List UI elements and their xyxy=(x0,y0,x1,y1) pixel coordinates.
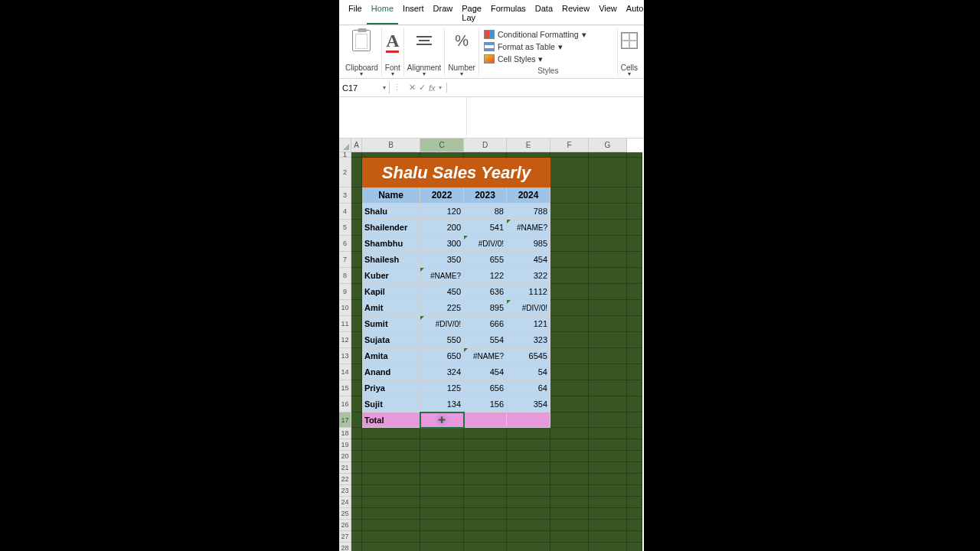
menu-home[interactable]: Home xyxy=(367,2,398,24)
cell[interactable] xyxy=(627,252,642,268)
cell[interactable] xyxy=(589,300,627,316)
row-header-16[interactable]: 16 xyxy=(339,396,351,412)
cell[interactable] xyxy=(627,428,642,439)
cell[interactable] xyxy=(362,497,420,508)
cell[interactable] xyxy=(550,497,589,508)
cell[interactable]: 550 xyxy=(420,332,464,348)
cell[interactable]: Shailesh xyxy=(362,252,420,268)
row-header-15[interactable]: 15 xyxy=(339,380,351,396)
row-header-18[interactable]: 18 xyxy=(339,428,351,439)
cell[interactable] xyxy=(550,462,589,474)
cell[interactable] xyxy=(627,348,642,364)
cell[interactable] xyxy=(362,439,420,451)
cell[interactable] xyxy=(351,364,362,380)
cell[interactable] xyxy=(627,462,642,474)
cell[interactable] xyxy=(464,152,507,158)
cell[interactable] xyxy=(550,268,589,284)
menu-insert[interactable]: Insert xyxy=(398,2,429,24)
menu-file[interactable]: File xyxy=(344,2,367,24)
cell[interactable]: Kapil xyxy=(362,284,420,300)
cell[interactable]: Total xyxy=(362,412,420,428)
cell[interactable] xyxy=(550,428,589,439)
cell[interactable] xyxy=(627,204,642,220)
cell[interactable] xyxy=(627,364,642,380)
cell[interactable] xyxy=(507,508,550,520)
col-header-A[interactable]: A xyxy=(351,139,362,152)
cell[interactable]: Amita xyxy=(362,348,420,364)
cell[interactable]: 300 xyxy=(420,236,464,252)
chevron-down-icon[interactable]: ▾ xyxy=(439,84,442,91)
cell[interactable] xyxy=(420,497,464,508)
cell[interactable] xyxy=(507,451,550,462)
cell[interactable] xyxy=(420,485,464,497)
cell[interactable]: Shailender xyxy=(362,220,420,236)
col-header-C[interactable]: C xyxy=(420,139,464,152)
cell[interactable] xyxy=(351,158,362,187)
cell[interactable] xyxy=(507,462,550,474)
cell[interactable]: 650 xyxy=(420,348,464,364)
cell[interactable] xyxy=(589,332,627,348)
title-cell[interactable]: Shalu Sales Yearly xyxy=(362,158,550,187)
cell[interactable] xyxy=(627,396,642,412)
cell[interactable] xyxy=(589,204,627,220)
cell[interactable]: Sumit xyxy=(362,316,420,332)
cell[interactable] xyxy=(589,396,627,412)
row-header-3[interactable]: 3 xyxy=(339,187,351,204)
cell[interactable]: 156 xyxy=(464,396,507,412)
cell[interactable] xyxy=(550,380,589,396)
cell[interactable]: 125 xyxy=(420,380,464,396)
row-header-13[interactable]: 13 xyxy=(339,348,351,364)
cell[interactable] xyxy=(351,520,362,531)
cell[interactable] xyxy=(550,300,589,316)
cell[interactable]: 895 xyxy=(464,300,507,316)
cell[interactable] xyxy=(589,364,627,380)
formula-input[interactable] xyxy=(467,97,644,138)
cell[interactable] xyxy=(351,268,362,284)
cell[interactable] xyxy=(627,497,642,508)
cell[interactable]: Anand xyxy=(362,364,420,380)
row-header-5[interactable]: 5 xyxy=(339,220,351,236)
conditional-formatting-button[interactable]: Conditional Formatting ▾ xyxy=(484,28,612,41)
cell[interactable] xyxy=(627,284,642,300)
cell[interactable] xyxy=(627,220,642,236)
cell[interactable]: 454 xyxy=(507,252,550,268)
cell[interactable]: 121 xyxy=(507,316,550,332)
cell[interactable] xyxy=(351,332,362,348)
cell[interactable] xyxy=(627,316,642,332)
cell[interactable] xyxy=(420,428,464,439)
cell[interactable] xyxy=(589,252,627,268)
cell[interactable] xyxy=(550,439,589,451)
expand-icon[interactable]: ⋮ xyxy=(390,83,404,93)
cell[interactable]: 323 xyxy=(507,332,550,348)
cell[interactable] xyxy=(589,428,627,439)
cell[interactable] xyxy=(589,236,627,252)
cell[interactable] xyxy=(351,316,362,332)
cell[interactable] xyxy=(507,152,550,158)
cell[interactable] xyxy=(464,520,507,531)
cell[interactable] xyxy=(362,462,420,474)
cell[interactable] xyxy=(507,485,550,497)
cell[interactable] xyxy=(464,508,507,520)
cell[interactable] xyxy=(550,284,589,300)
cell[interactable] xyxy=(589,531,627,543)
menu-draw[interactable]: Draw xyxy=(429,2,458,24)
cell[interactable] xyxy=(464,412,507,428)
cell[interactable] xyxy=(627,187,642,204)
cell[interactable] xyxy=(351,543,362,551)
row-header-21[interactable]: 21 xyxy=(339,462,351,474)
cell[interactable] xyxy=(589,187,627,204)
cell[interactable] xyxy=(351,485,362,497)
col-header-E[interactable]: E xyxy=(507,139,550,152)
cell[interactable] xyxy=(507,531,550,543)
cell[interactable] xyxy=(589,152,627,158)
cell[interactable]: 656 xyxy=(464,380,507,396)
cell[interactable]: 2024 xyxy=(507,187,550,204)
cell[interactable] xyxy=(351,348,362,364)
col-header-G[interactable]: G xyxy=(589,139,627,152)
cell[interactable]: 134 xyxy=(420,396,464,412)
row-header-25[interactable]: 25 xyxy=(339,508,351,520)
cell[interactable]: 54 xyxy=(507,364,550,380)
cell[interactable]: 120 xyxy=(420,204,464,220)
cancel-icon[interactable]: ✕ xyxy=(409,83,416,93)
cell[interactable] xyxy=(362,428,420,439)
